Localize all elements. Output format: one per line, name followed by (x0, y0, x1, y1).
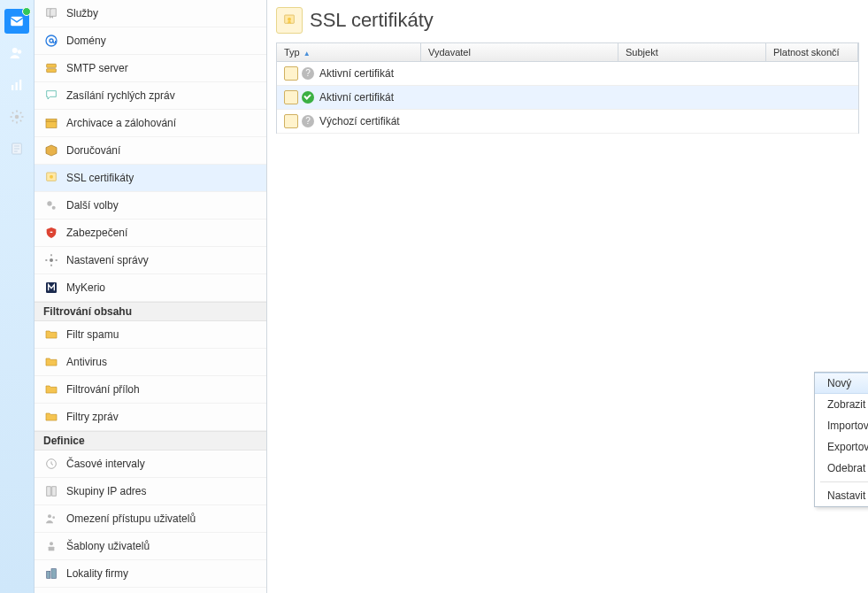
sidebar-item-label: Šablony uživatelů (66, 540, 257, 552)
menu-item-label: Nastavit jako výchozí (827, 489, 868, 502)
sidebar-item-smtp-server[interactable]: SMTP server (35, 55, 266, 82)
ipgroup-icon (43, 483, 59, 499)
mykerio-icon (43, 280, 59, 296)
table-row[interactable]: ?Aktivní certifikát (277, 62, 858, 86)
cell-plat (764, 119, 858, 123)
note-icon[interactable] (4, 136, 29, 161)
menu-item-importovat[interactable]: Importovat▶ (815, 415, 868, 436)
stats-icon[interactable] (4, 73, 29, 97)
cert-icon (43, 170, 59, 186)
svg-rect-13 (47, 64, 57, 67)
folder-attach-icon (43, 381, 59, 397)
column-header-plat[interactable]: Platnost skončí (766, 43, 858, 61)
folder-spam-icon (43, 327, 59, 343)
cert-icon (284, 114, 298, 128)
cell-sub (617, 72, 764, 75)
column-header-vyd[interactable]: Vydavatel (421, 43, 618, 61)
cell-typ: Aktivní certifikát (319, 67, 394, 80)
svg-point-26 (52, 516, 55, 519)
sidebar-item-filtrov-n-p-loh[interactable]: Filtrování příloh (35, 376, 266, 404)
column-header-typ[interactable]: Typ (277, 43, 421, 61)
sidebar-item-dom-ny[interactable]: Domény (35, 27, 266, 55)
templates-icon (43, 538, 59, 554)
menu-item-exportovat[interactable]: Exportovat▶ (815, 436, 868, 458)
svg-rect-28 (49, 547, 55, 551)
cell-sub (617, 96, 764, 99)
menu-item-nastavit-jako-v-choz-[interactable]: Nastavit jako výchozí (815, 485, 868, 506)
sidebar-item-label: Filtry zpráv (66, 411, 257, 423)
gear-icon[interactable] (4, 104, 29, 129)
server-icon (43, 60, 59, 76)
sidebar-item-doru-ov-n-[interactable]: Doručování (35, 137, 266, 165)
svg-point-25 (48, 514, 51, 518)
archive-icon (43, 115, 59, 131)
table-row[interactable]: ?Výchozí certifikát (277, 110, 858, 134)
svg-rect-29 (47, 571, 50, 578)
cell-vyd (420, 96, 617, 99)
grid-header: TypVydavatelSubjektPlatnost skončí (277, 43, 858, 62)
status-unknown-icon: ? (302, 67, 314, 80)
svg-point-6 (15, 115, 19, 119)
sidebar-item-zas-l-n-rychl-ch-zpr-v[interactable]: Zasílání rychlých zpráv (35, 82, 266, 110)
shield-icon (43, 225, 59, 241)
sidebar-section-header: Definice (35, 431, 266, 451)
cell-typ: Aktivní certifikát (319, 91, 394, 104)
settings-icon (43, 252, 59, 268)
menu-item-odebrat[interactable]: Odebrat (815, 458, 868, 479)
sidebar-item-label: Nastavení správy (66, 254, 257, 266)
cert-icon (284, 90, 298, 104)
mail-icon[interactable] (4, 9, 29, 34)
menu-item-zobrazit-podrobnosti-[interactable]: Zobrazit podrobnosti… (815, 394, 868, 415)
sidebar-item-slu-by[interactable]: Služby (35, 0, 266, 27)
menu-item-nov-[interactable]: Nový▶ (815, 373, 868, 394)
sidebar: SlužbyDoménySMTP serverZasílání rychlých… (35, 0, 267, 593)
sidebar-item-label: Služby (66, 7, 257, 19)
sidebar-item-label: Filtr spamu (66, 328, 257, 341)
sidebar-item-label: Časové intervaly (66, 458, 257, 470)
locations-icon (43, 566, 59, 581)
folder-av-icon (43, 354, 59, 370)
sidebar-item-filtry-zpr-v[interactable]: Filtry zpráv (35, 404, 266, 431)
sidebar-item-omezen-p-stupu-u-ivatel-[interactable]: Omezení přístupu uživatelů (35, 505, 266, 533)
table-row[interactable]: Aktivní certifikát (277, 86, 858, 110)
svg-rect-4 (16, 82, 18, 90)
menu-item-label: Zobrazit podrobnosti… (827, 398, 868, 411)
menu-item-label: Nový (827, 377, 851, 389)
sidebar-item-label: Zasílání rychlých zpráv (66, 89, 257, 102)
sidebar-item-zabezpe-en-[interactable]: Zabezpečení (35, 219, 266, 247)
clock-icon (43, 456, 59, 472)
sidebar-item-label: MyKerio (66, 281, 257, 294)
folder-filter-icon (43, 409, 59, 425)
svg-rect-30 (51, 569, 56, 579)
users-icon[interactable] (4, 41, 29, 65)
sidebar-item-archivace-a-z-lohov-n-[interactable]: Archivace a zálohování (35, 110, 266, 137)
sidebar-item-skupiny-ip-adres[interactable]: Skupiny IP adres (35, 478, 266, 505)
sidebar-item-label: Omezení přístupu uživatelů (66, 512, 257, 525)
column-header-sub[interactable]: Subjekt (618, 43, 766, 61)
book-icon (43, 5, 59, 21)
delivery-icon (43, 142, 59, 158)
context-menu: Nový▶Zobrazit podrobnosti…Importovat▶Exp… (814, 372, 868, 507)
cell-plat (764, 96, 858, 99)
sidebar-item-label: Archivace a zálohování (66, 117, 257, 129)
sidebar-item-nastaven-spr-vy[interactable]: Nastavení správy (35, 247, 266, 274)
useraccess-icon (43, 511, 59, 527)
svg-point-19 (47, 201, 51, 205)
sidebar-item-antivirus[interactable]: Antivirus (35, 349, 266, 376)
sidebar-item-lokality-firmy[interactable]: Lokality firmy (35, 560, 266, 588)
sidebar-item--ablony-u-ivatel-[interactable]: Šablony uživatelů (35, 533, 266, 560)
status-unknown-icon: ? (302, 115, 314, 127)
sidebar-item--asov-intervaly[interactable]: Časové intervaly (35, 451, 266, 478)
svg-rect-15 (46, 121, 57, 127)
sidebar-item-filtr-spamu[interactable]: Filtr spamu (35, 321, 266, 349)
menu-item-label: Importovat (827, 420, 868, 432)
sidebar-item-mykerio[interactable]: MyKerio (35, 274, 266, 302)
cell-typ: Výchozí certifikát (319, 115, 400, 127)
sidebar-item-dal-volby[interactable]: Další volby (35, 192, 266, 219)
sidebar-item-label: Zabezpečení (66, 227, 257, 239)
svg-point-20 (52, 206, 56, 210)
sidebar-item-ssl-certifik-ty[interactable]: SSL certifikáty (35, 165, 266, 192)
sidebar-item-label: Domény (66, 35, 257, 47)
svg-point-22 (50, 258, 53, 262)
svg-rect-16 (46, 119, 57, 121)
